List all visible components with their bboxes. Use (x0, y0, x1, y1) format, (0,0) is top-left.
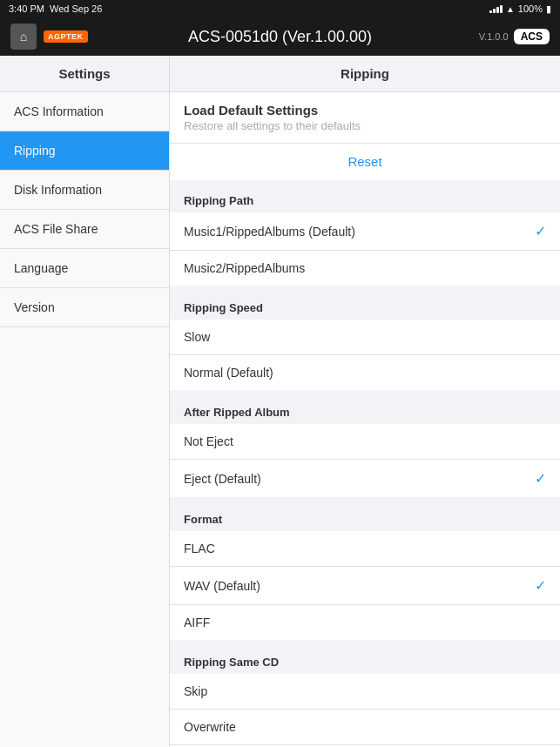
logo: AGPTEK (44, 30, 88, 43)
check-icon: ✓ (535, 577, 546, 594)
status-time: 3:40 PM (9, 3, 44, 14)
list-item[interactable]: Skip (170, 674, 560, 710)
spacer (170, 286, 560, 293)
list-item[interactable]: WAV (Default) ✓ (170, 567, 560, 605)
option-label: Music1/RippedAlbums (Default) (184, 225, 355, 239)
battery-icon: ▮ (546, 3, 551, 15)
signal-icon (489, 4, 503, 13)
list-item[interactable]: Music2/RippedAlbums (170, 251, 560, 286)
home-icon: ⌂ (20, 30, 27, 44)
section-header-ripping-path: Ripping Path (170, 185, 560, 212)
after-ripped-group: Not Eject Eject (Default) ✓ (170, 424, 560, 497)
wifi-icon: ▲ (506, 4, 515, 14)
sidebar: Settings ACS Information Ripping Disk In… (0, 56, 170, 747)
list-item[interactable]: Eject (Default) ✓ (170, 460, 560, 497)
list-item[interactable]: Music1/RippedAlbums (Default) ✓ (170, 212, 560, 251)
check-icon: ✓ (535, 470, 546, 487)
sidebar-item-ripping[interactable]: Ripping (0, 131, 169, 171)
option-label: Normal (Default) (184, 366, 273, 380)
content-title: Ripping (170, 56, 560, 92)
home-button[interactable]: ⌂ (10, 24, 37, 50)
sidebar-item-disk-information[interactable]: Disk Information (0, 171, 169, 210)
section-header-ripping-same-cd: Ripping Same CD (170, 647, 560, 674)
spacer (170, 390, 560, 397)
option-label: Overwrite (184, 720, 236, 734)
sidebar-item-language[interactable]: Language (0, 249, 169, 288)
header-right: V.1.0.0 ACS (479, 29, 550, 44)
list-item[interactable]: Not Eject (170, 424, 560, 460)
header-title: ACS-0051d0 (Ver.1.00.00) (188, 28, 372, 46)
load-default-box: Load Default Settings Restore all settin… (170, 92, 560, 144)
ripping-speed-group: Slow Normal (Default) (170, 320, 560, 390)
option-label: AIFF (184, 616, 210, 629)
format-group: FLAC WAV (Default) ✓ AIFF (170, 531, 560, 640)
sidebar-item-acs-file-share[interactable]: ACS File Share (0, 210, 169, 249)
status-right: ▲ 100% ▮ (489, 3, 551, 15)
spacer (170, 497, 560, 504)
list-item[interactable]: Overwrite (170, 710, 560, 745)
list-item[interactable]: AIFF (170, 605, 560, 640)
load-default-subtitle: Restore all settings to their defaults (184, 119, 546, 132)
option-label: FLAC (184, 542, 215, 555)
section-header-ripping-speed: Ripping Speed (170, 293, 560, 320)
reset-row: Reset (170, 144, 560, 185)
list-item[interactable]: FLAC (170, 531, 560, 567)
header: ⌂ AGPTEK ACS-0051d0 (Ver.1.00.00) V.1.0.… (0, 17, 560, 56)
reset-button[interactable]: Reset (347, 154, 381, 169)
version-label: V.1.0.0 (479, 31, 509, 42)
status-bar: 3:40 PM Wed Sep 26 ▲ 100% ▮ (0, 0, 560, 17)
status-left: 3:40 PM Wed Sep 26 (9, 3, 102, 14)
option-label: Slow (184, 330, 210, 344)
section-header-after-ripped: After Ripped Album (170, 397, 560, 424)
option-label: Skip (184, 684, 207, 698)
status-date: Wed Sep 26 (50, 3, 102, 14)
acs-badge: ACS (514, 29, 550, 44)
list-item[interactable]: Slow (170, 320, 560, 355)
load-default-title: Load Default Settings (184, 103, 546, 118)
main-layout: Settings ACS Information Ripping Disk In… (0, 56, 560, 747)
section-header-format: Format (170, 504, 560, 531)
sidebar-title: Settings (0, 56, 169, 92)
option-label: Eject (Default) (184, 472, 261, 486)
option-label: WAV (Default) (184, 579, 260, 593)
check-icon: ✓ (535, 223, 546, 239)
sidebar-item-acs-information[interactable]: ACS Information (0, 92, 169, 131)
ripping-same-cd-group: Skip Overwrite Append (Default) ✓ (170, 674, 560, 747)
sidebar-item-version[interactable]: Version (0, 288, 169, 327)
list-item[interactable]: Normal (Default) (170, 355, 560, 390)
wifi-percent: 100% (518, 3, 543, 14)
option-label: Not Eject (184, 434, 233, 448)
content-area: Ripping Load Default Settings Restore al… (170, 56, 560, 747)
ripping-path-group: Music1/RippedAlbums (Default) ✓ Music2/R… (170, 212, 560, 286)
spacer (170, 640, 560, 647)
header-left: ⌂ AGPTEK (10, 24, 88, 50)
option-label: Music2/RippedAlbums (184, 261, 305, 275)
